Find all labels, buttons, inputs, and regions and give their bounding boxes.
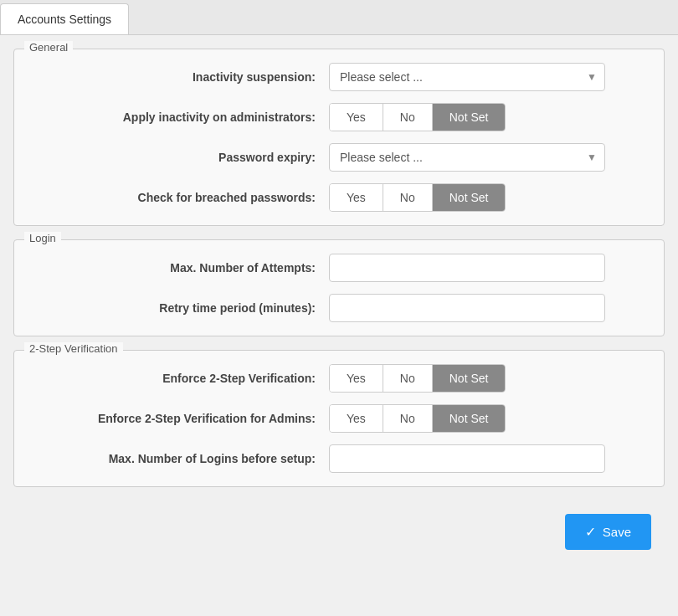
inactivity-suspension-row: Inactivity suspension: Please select ...… bbox=[28, 63, 650, 91]
max-attempts-row: Max. Number of Attempts: bbox=[28, 254, 650, 282]
enforce-2step-admins-label: Enforce 2-Step Verification for Admins: bbox=[28, 412, 329, 425]
two-step-section: 2-Step Verification Enforce 2-Step Verif… bbox=[13, 350, 665, 487]
inactivity-suspension-label: Inactivity suspension: bbox=[28, 70, 329, 84]
tab-bar: Accounts Settings bbox=[0, 0, 678, 35]
check-breached-yes-button[interactable]: Yes bbox=[330, 184, 383, 211]
enforce-2step-label: Enforce 2-Step Verification: bbox=[28, 372, 329, 385]
check-breached-row: Check for breached passwords: Yes No Not… bbox=[28, 183, 650, 212]
check-breached-no-button[interactable]: No bbox=[383, 184, 433, 211]
save-button[interactable]: ✓ Save bbox=[565, 514, 651, 550]
enforce-2step-row: Enforce 2-Step Verification: Yes No Not … bbox=[28, 364, 650, 393]
enforce-2step-admins-row: Enforce 2-Step Verification for Admins: … bbox=[28, 404, 650, 433]
enforce-2step-notset-button[interactable]: Not Set bbox=[433, 365, 506, 392]
apply-inactivity-label: Apply inactivity on administrators: bbox=[28, 110, 329, 124]
save-label: Save bbox=[603, 525, 631, 539]
password-expiry-select[interactable]: Please select ... bbox=[329, 143, 605, 172]
apply-inactivity-yes-button[interactable]: Yes bbox=[330, 104, 383, 131]
enforce-2step-admins-no-button[interactable]: No bbox=[383, 405, 433, 432]
apply-inactivity-no-button[interactable]: No bbox=[383, 104, 433, 131]
tab-accounts-settings[interactable]: Accounts Settings bbox=[0, 3, 129, 34]
enforce-2step-admins-btn-group: Yes No Not Set bbox=[329, 404, 506, 433]
apply-inactivity-row: Apply inactivity on administrators: Yes … bbox=[28, 103, 650, 131]
login-section: Login Max. Number of Attempts: Retry tim… bbox=[13, 239, 665, 336]
two-step-legend: 2-Step Verification bbox=[24, 342, 123, 355]
enforce-2step-yes-button[interactable]: Yes bbox=[330, 365, 383, 392]
main-content: General Inactivity suspension: Please se… bbox=[0, 35, 678, 577]
general-section: General Inactivity suspension: Please se… bbox=[13, 49, 665, 226]
retry-time-row: Retry time period (minutes): bbox=[28, 294, 650, 322]
enforce-2step-no-button[interactable]: No bbox=[383, 365, 433, 392]
inactivity-suspension-wrapper: Please select ... ▼ bbox=[329, 63, 605, 91]
retry-time-label: Retry time period (minutes): bbox=[28, 301, 329, 315]
check-breached-notset-button[interactable]: Not Set bbox=[433, 184, 506, 211]
footer: ✓ Save bbox=[13, 501, 665, 563]
check-breached-label: Check for breached passwords: bbox=[28, 191, 329, 204]
max-logins-input[interactable] bbox=[329, 444, 605, 473]
apply-inactivity-btn-group: Yes No Not Set bbox=[329, 103, 506, 131]
apply-inactivity-notset-button[interactable]: Not Set bbox=[433, 104, 506, 131]
max-attempts-input[interactable] bbox=[329, 254, 605, 282]
enforce-2step-admins-notset-button[interactable]: Not Set bbox=[433, 405, 506, 432]
password-expiry-label: Password expiry: bbox=[28, 151, 329, 164]
check-breached-btn-group: Yes No Not Set bbox=[329, 183, 506, 212]
enforce-2step-admins-yes-button[interactable]: Yes bbox=[330, 405, 383, 432]
enforce-2step-btn-group: Yes No Not Set bbox=[329, 364, 506, 393]
password-expiry-wrapper: Please select ... ▼ bbox=[329, 143, 605, 172]
general-legend: General bbox=[24, 41, 73, 54]
login-legend: Login bbox=[24, 232, 61, 244]
max-logins-label: Max. Number of Logins before setup: bbox=[28, 452, 329, 465]
check-icon: ✓ bbox=[585, 524, 596, 540]
inactivity-suspension-select[interactable]: Please select ... bbox=[329, 63, 605, 91]
password-expiry-row: Password expiry: Please select ... ▼ bbox=[28, 143, 650, 172]
retry-time-input[interactable] bbox=[329, 294, 605, 322]
max-logins-row: Max. Number of Logins before setup: bbox=[28, 444, 650, 473]
max-attempts-label: Max. Number of Attempts: bbox=[28, 261, 329, 275]
